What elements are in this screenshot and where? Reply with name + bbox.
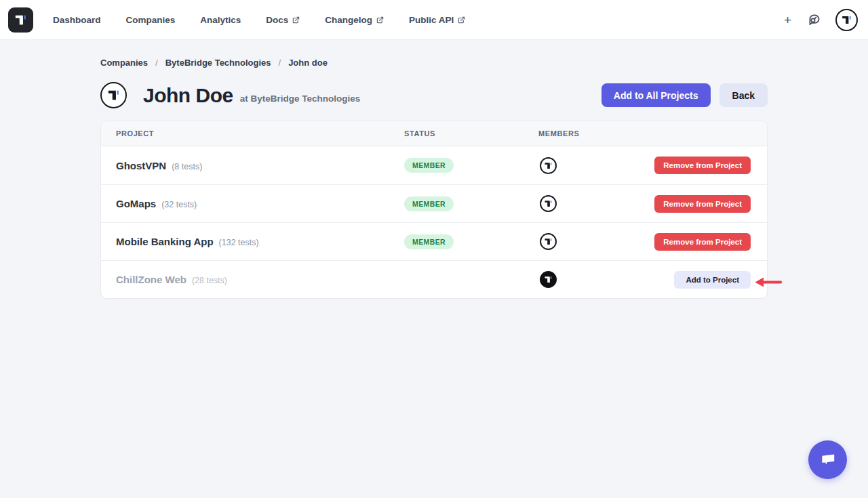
back-button[interactable]: Back (719, 83, 768, 107)
project-name: GhostVPN (116, 160, 166, 171)
t-logo-icon (543, 161, 553, 171)
project-test-count: (8 tests) (172, 162, 202, 171)
status-badge: MEMBER (404, 196, 454, 211)
status-badge: MEMBER (404, 234, 454, 249)
column-header-project: PROJECT (116, 129, 404, 138)
page-header: John Doe at ByteBridge Technologies Add … (100, 82, 768, 108)
nav-item-dashboard[interactable]: Dashboard (53, 15, 101, 25)
breadcrumb-companies[interactable]: Companies (100, 58, 148, 68)
person-avatar (100, 82, 127, 108)
breadcrumb-separator: / (155, 58, 158, 68)
nav-item-public-api[interactable]: Public API (409, 15, 465, 25)
external-link-icon (376, 16, 384, 24)
nav-item-changelog[interactable]: Changelog (325, 15, 384, 25)
external-link-icon (292, 16, 300, 24)
breadcrumb-current-user: John doe (288, 58, 328, 68)
status-badge: MEMBER (404, 158, 454, 173)
member-avatar (540, 157, 557, 174)
plus-icon[interactable]: + (783, 12, 793, 28)
table-row: GhostVPN (8 tests) MEMBER Remove from Pr… (101, 146, 767, 184)
t-logo-icon (13, 12, 28, 28)
header-actions: Add to All Projects Back (601, 83, 768, 107)
table-header: PROJECT STATUS MEMBERS (101, 121, 767, 146)
breadcrumb-company[interactable]: ByteBridge Technologies (165, 58, 271, 68)
remove-from-project-button[interactable]: Remove from Project (654, 233, 751, 251)
nav-actions: + (783, 9, 858, 31)
nav-item-docs[interactable]: Docs (266, 15, 300, 25)
column-header-status: STATUS (404, 129, 538, 138)
app-logo[interactable] (8, 7, 33, 33)
page-title: John Doe (143, 85, 233, 106)
top-navigation: Dashboard Companies Analytics Docs Chang… (0, 0, 868, 40)
add-to-all-projects-button[interactable]: Add to All Projects (601, 83, 711, 107)
project-test-count: (132 tests) (219, 238, 259, 247)
breadcrumb: Companies / ByteBridge Technologies / Jo… (100, 40, 768, 68)
search-feedback-icon[interactable] (807, 13, 821, 27)
t-logo-icon (106, 87, 121, 103)
chat-widget-button[interactable] (808, 440, 847, 479)
chat-bubble-icon (818, 451, 837, 470)
project-test-count: (28 tests) (192, 276, 227, 285)
t-logo-icon (543, 236, 553, 247)
main-content: Companies / ByteBridge Technologies / Jo… (0, 40, 868, 299)
column-header-members: MEMBERS (538, 129, 647, 138)
project-name: ChillZone Web (116, 274, 186, 285)
table-row: Mobile Banking App (132 tests) MEMBER Re… (101, 222, 767, 260)
nav-item-analytics[interactable]: Analytics (200, 15, 241, 25)
project-name: GoMaps (116, 198, 156, 209)
projects-table: PROJECT STATUS MEMBERS GhostVPN (8 tests… (100, 121, 768, 299)
remove-from-project-button[interactable]: Remove from Project (654, 195, 751, 213)
primary-nav: Dashboard Companies Analytics Docs Chang… (53, 15, 465, 25)
project-test-count: (32 tests) (161, 200, 197, 209)
breadcrumb-separator: / (279, 58, 281, 68)
member-avatar (540, 195, 557, 212)
member-avatar (540, 233, 557, 250)
table-row: ChillZone Web (28 tests) Add to Project (101, 260, 767, 298)
member-avatar (540, 271, 557, 288)
table-row: GoMaps (32 tests) MEMBER Remove from Pro… (101, 184, 767, 222)
user-avatar[interactable] (835, 9, 858, 31)
t-logo-icon (543, 274, 553, 285)
project-name: Mobile Banking App (116, 236, 214, 247)
t-logo-icon (543, 199, 553, 209)
nav-item-companies[interactable]: Companies (126, 15, 176, 25)
external-link-icon (458, 16, 465, 24)
add-to-project-button[interactable]: Add to Project (674, 271, 751, 289)
remove-from-project-button[interactable]: Remove from Project (654, 157, 751, 174)
t-logo-icon (840, 14, 853, 26)
page-subtitle: at ByteBridge Technologies (240, 94, 361, 104)
